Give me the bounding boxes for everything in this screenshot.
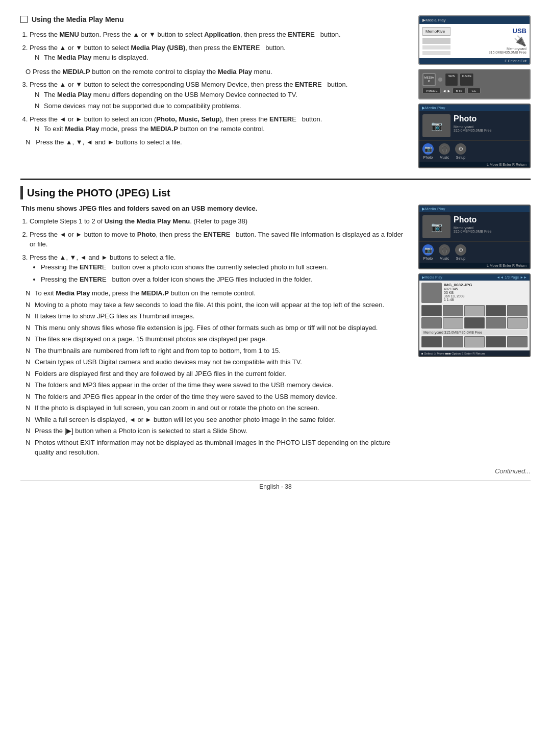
- media-play-content: Using the Media Play Menu Press the MENU…: [20, 15, 408, 168]
- mem-info: Memorycard 315.0MB/435.0MB Free: [421, 330, 528, 335]
- thumb-7: [443, 317, 463, 329]
- thumb-8: [464, 317, 485, 329]
- photo-icons-row-2: 📷 Photo 🎧 Music ⚙ Setup: [419, 241, 530, 263]
- record-dot: [438, 78, 442, 82]
- srs-button[interactable]: SRS: [445, 73, 458, 86]
- media-play-images: ▶Media Play MemoRive USB 🔌 Memorycard: [418, 15, 531, 168]
- thumb-6: [421, 317, 442, 329]
- usb-icon: 🔌: [514, 35, 527, 47]
- usb-screen: ▶Media Play MemoRive USB 🔌 Memorycard: [418, 15, 531, 65]
- photo-list-header: ▶Media Play ◄◄ 1/3 Page ►►: [419, 274, 530, 281]
- photo-list-preview: [421, 283, 442, 303]
- remote-buttons-row2: P.MODE ◄ ► MTS CC: [422, 88, 527, 94]
- photo-screen-2-body: Photo Memorycard 315.0MB/435.0MB Free: [419, 212, 530, 241]
- thumb-13: [464, 336, 485, 347]
- usb-label: USB: [513, 27, 527, 35]
- photo-title: Photo: [454, 114, 527, 123]
- usb-screen-header: ▶Media Play: [419, 16, 530, 24]
- photo-icon-setup-2: ⚙ Setup: [455, 244, 466, 260]
- title-bar: [20, 186, 23, 199]
- checkbox-icon: [20, 16, 28, 23]
- photo-icon-music: 🎧 Music: [439, 143, 450, 159]
- photo-screen-1-body: Photo Memorycard 315.0MB/435.0MB Free: [419, 111, 530, 140]
- page-footer: English - 38: [20, 480, 531, 490]
- remote-buttons-screen: MEDIAP SRS P.SIZE P.MODE ◄ ► MTS CC: [418, 69, 531, 99]
- thumb-11: [421, 336, 442, 347]
- photo-list-body: IMG_0682.JPG 4021345 53 KB Jan 13, 2008 …: [419, 281, 530, 350]
- photo-icons-row: 📷 Photo 🎧 Music ⚙ Setup: [419, 140, 530, 162]
- step-4: Press the ◄ or ► button to select an ico…: [30, 114, 408, 134]
- photo-subtitle: Memorycard 315.0MB/435.0MB Free: [454, 125, 527, 132]
- thumb-grid-2: [421, 317, 528, 329]
- usb-memory-info: Memorycard 315.0MB/435.0MB Free: [489, 47, 527, 54]
- photo-list-top: IMG_0682.JPG 4021345 53 KB Jan 13, 2008 …: [421, 283, 528, 303]
- cc-button[interactable]: CC: [467, 88, 481, 94]
- media-play-heading: Using the Media Play Menu: [20, 15, 408, 23]
- thumb-grid-3: [421, 336, 528, 347]
- jpeg-notes: NTo exit Media Play mode, press the MEDI…: [26, 288, 408, 458]
- usb-footer: E Enter e Exit: [419, 58, 530, 64]
- photo-icon-photo-2: 📷 Photo: [422, 244, 434, 260]
- note-media-play-displayed: N The Media Play menu is displayed.: [35, 53, 408, 63]
- media-play-heading-text: Using the Media Play Menu: [32, 15, 123, 23]
- circle-note: Press the MEDIA.P button on the remote c…: [26, 67, 408, 77]
- photo-icon-setup: ⚙ Setup: [455, 143, 466, 159]
- jpeg-step-3-bullets: Pressing the ENTERE button over a photo …: [41, 262, 408, 284]
- photo-screen-1-footer: L Move E Enter R Return: [419, 162, 530, 167]
- photo-list-screen: ▶Media Play ◄◄ 1/3 Page ►► IMG_0682.JPG …: [418, 273, 531, 357]
- step-3: Press the ▲ or ▼ button to select the co…: [30, 80, 408, 111]
- jpeg-step-3: Press the ▲, ▼, ◄ and ► buttons to selec…: [30, 253, 408, 285]
- jpeg-section-title: Using the PHOTO (JPEG) List: [20, 186, 531, 199]
- photo-screen-2-header: ▶Media Play: [419, 206, 530, 212]
- step-2: Press the ▲ or ▼ button to select Media …: [30, 43, 408, 63]
- psize-button[interactable]: P.SIZE: [460, 73, 474, 86]
- usb-screen-body: MemoRive USB 🔌 Memorycard 315.0MB/435.0M…: [419, 24, 530, 58]
- media-p-button[interactable]: MEDIAP: [422, 73, 436, 86]
- arrow-note: N Press the ▲, ▼, ◄ and ► buttons to sel…: [26, 138, 408, 146]
- photo-icon-music-2: 🎧 Music: [439, 244, 450, 260]
- photo-screen-1: ▶Media Play Photo Memorycard 315.0MB/435…: [418, 104, 531, 168]
- jpeg-step-1: Complete Steps 1 to 2 of Using the Media…: [30, 216, 408, 226]
- thumb-10: [507, 317, 528, 329]
- photo-screen-1-header: ▶Media Play: [419, 105, 530, 111]
- thumb-14: [486, 336, 506, 347]
- thumb-15: [507, 336, 528, 347]
- continued-text: Continued...: [20, 467, 531, 475]
- thumb-9: [486, 317, 506, 329]
- photo-screen-2-footer: L Move E Enter R Return: [419, 263, 530, 268]
- thumb-5: [507, 305, 528, 316]
- thumb-1: [421, 305, 442, 316]
- media-play-steps-2: Press the ▲ or ▼ button to select the co…: [30, 80, 408, 134]
- thumb-12: [443, 336, 463, 347]
- jpeg-section: Using the PHOTO (JPEG) List This menu sh…: [20, 179, 531, 460]
- thumb-grid-1: [421, 305, 528, 316]
- jpeg-images: ▶Media Play Photo Memorycard 315.0MB/435…: [418, 205, 531, 460]
- step-1: Press the MENU button. Press the ▲ or ▼ …: [30, 30, 408, 40]
- media-play-section: Using the Media Play Menu Press the MENU…: [20, 15, 531, 168]
- photo-info: Photo Memorycard 315.0MB/435.0MB Free: [454, 114, 527, 137]
- photo-icon-photo: 📷 Photo: [422, 143, 434, 159]
- thumb-3: [464, 305, 485, 316]
- photo-list-footer: ■ Select ◇ Move ■■■ Option E Enter R Ret…: [419, 350, 530, 356]
- thumb-2: [443, 305, 463, 316]
- jpeg-steps: Complete Steps 1 to 2 of Using the Media…: [30, 216, 408, 284]
- thumb-4: [486, 305, 506, 316]
- pmode-button[interactable]: P.MODE: [422, 88, 441, 94]
- mts-button[interactable]: MTS: [453, 88, 466, 94]
- photo-main-icon-2: [422, 215, 450, 238]
- media-play-steps: Press the MENU button. Press the ▲ or ▼ …: [30, 30, 408, 63]
- jpeg-step-2: Press the ◄ or ► button to move to Photo…: [30, 230, 408, 249]
- photo-screen-2: ▶Media Play Photo Memorycard 315.0MB/435…: [418, 205, 531, 269]
- remote-buttons-row1: MEDIAP SRS P.SIZE: [422, 73, 527, 86]
- jpeg-content: This menu shows JPEG files and folders s…: [20, 205, 408, 460]
- bold-note: This menu shows JPEG files and folders s…: [21, 205, 408, 212]
- photo-main-icon: [422, 114, 450, 137]
- jpeg-section-bottom: This menu shows JPEG files and folders s…: [20, 205, 531, 460]
- photo-list-info: IMG_0682.JPG 4021345 53 KB Jan 13, 2008 …: [444, 283, 472, 303]
- memo-box: MemoRive: [422, 27, 450, 36]
